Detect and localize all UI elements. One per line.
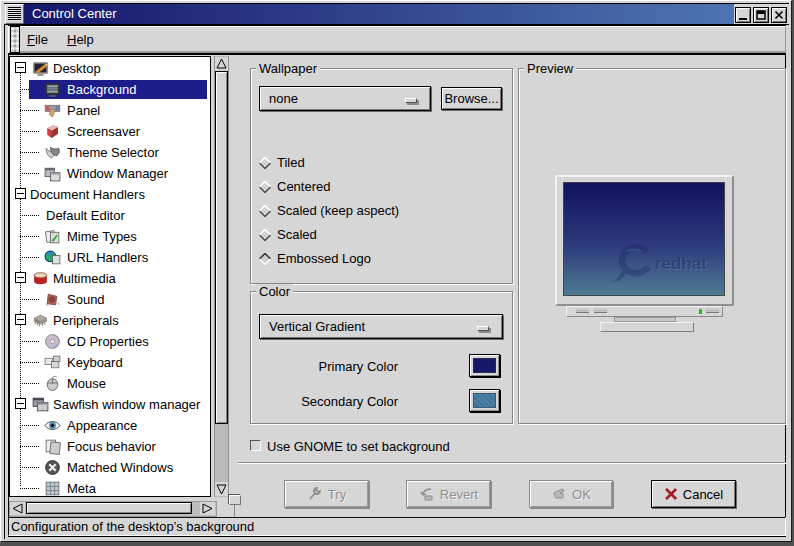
svg-text:redhat: redhat — [655, 254, 707, 273]
